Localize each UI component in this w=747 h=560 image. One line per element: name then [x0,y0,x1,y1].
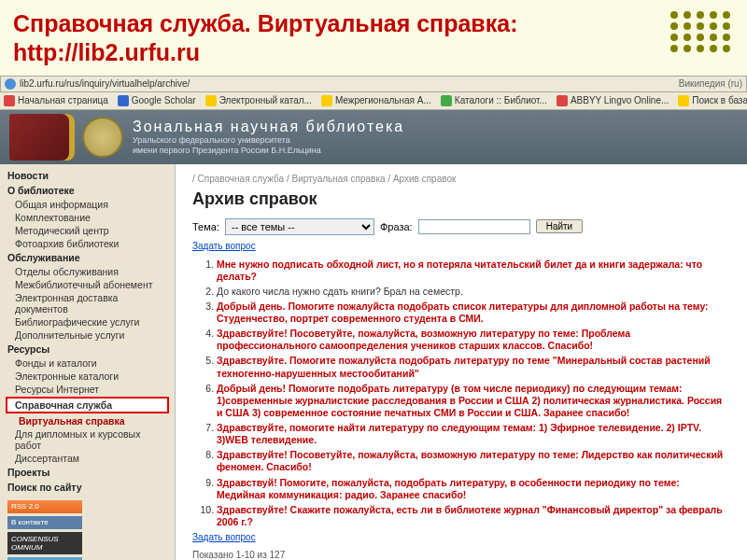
phrase-input[interactable] [418,219,530,234]
layout: НовостиО библиотекеОбщая информацияКомпл… [0,164,747,561]
sidebar-item[interactable]: Фонды и каталоги [0,357,175,370]
breadcrumb[interactable]: / Справочная служба / Виртуальная справк… [192,174,730,184]
question-item[interactable]: Добрый день. Помогите пожалуйста подобра… [217,301,730,325]
question-item[interactable]: Здравствуйте! Скажите пожалуйста, есть л… [217,504,730,528]
bookmark-icon [118,95,129,106]
bookmark-icon [678,95,689,106]
bookmark-item[interactable]: Начальная страница [4,95,108,106]
question-item[interactable]: Мне нужно подписать обходной лист, но я … [217,259,730,283]
sidebar-item[interactable]: Дополнительные услуги [0,329,175,342]
bookmark-item[interactable]: Поиск в базах данн... [678,95,747,106]
badge-vk[interactable]: В контакте [7,516,82,529]
bookmark-item[interactable]: Межрегиональная А... [321,95,431,106]
sidebar-cat[interactable]: Обслуживание [0,250,175,265]
sidebar: НовостиО библиотекеОбщая информацияКомпл… [0,164,176,561]
banner-sub2: имени первого Президента России Б.Н.Ельц… [133,146,404,156]
sidebar-cat[interactable]: О библиотеке [0,183,175,198]
title-l2: http://lib2.urfu.ru [13,39,200,65]
bookmark-item[interactable]: Google Scholar [118,95,196,106]
sidebar-item[interactable]: Межбиблиотечный абонемент [0,278,175,291]
sidebar-item[interactable]: Библиографические услуги [0,315,175,329]
browser-chrome: lib2.urfu.ru/rus/inquiry/virtualhelp/arc… [0,76,747,561]
question-item[interactable]: Здравствуйте! Посоветуйте, пожалуйста, в… [217,449,730,473]
question-item[interactable]: До какого числа нужно сдать книги? Брал … [217,286,730,298]
theme-label: Тема: [192,221,219,232]
sidebar-item[interactable]: Общая информация [0,198,175,211]
sidebar-cat[interactable]: Проекты [0,465,175,480]
sidebar-item[interactable]: Комплектование [0,211,175,224]
sidebar-item[interactable]: Для дипломных и курсовых работ [0,427,175,452]
sidebar-item[interactable]: Электронная доставка документов [0,291,175,315]
book-icon [9,114,75,161]
slide-title: Справочная служба. Виртуальная справка: … [13,9,734,68]
question-item[interactable]: Здравствуйте! Посоветуйте, пожалуйста, в… [217,328,730,352]
question-item[interactable]: Здравствуй! Помогите, пожалуйста, подобр… [217,477,730,501]
banner-titles: Зональная научная библиотека Уральского … [133,118,404,156]
sidebar-cat[interactable]: Новости [0,168,175,183]
banner-sub1: Уральского федерального университета [133,135,404,146]
bookmark-icon [205,95,217,106]
banner-main: Зональная научная библиотека [133,118,404,135]
site-banner: Зональная научная библиотека Уральского … [0,110,747,164]
badge-fond[interactable] [7,557,82,561]
question-item[interactable]: Добрый день! Помогите подобрать литерату… [217,383,730,419]
sidebar-cat[interactable]: Поиск по сайту [0,480,175,495]
question-item[interactable]: Здравствуйте, помогите найти литературу … [217,422,730,446]
content-area: / Справочная служба / Виртуальная справк… [176,164,747,561]
sidebar-item[interactable]: Диссертантам [0,452,175,465]
sidebar-item-selected[interactable]: Виртуальная справка [0,414,175,427]
ask-link-bottom[interactable]: Задать вопрос [192,532,730,542]
theme-select[interactable]: -- все темы -- [225,218,374,235]
bookmarks-bar: Начальная страница Google Scholar Электр… [0,92,747,110]
sidebar-item[interactable]: Ресурсы Интернет [0,383,175,396]
bookmark-icon [4,95,15,106]
page-title: Архив справок [192,189,730,209]
tab-right[interactable]: Википедия (ru) [679,78,742,89]
ask-link-top[interactable]: Задать вопрос [192,241,730,251]
question-list: Мне нужно подписать обходной лист, но я … [217,259,730,529]
sidebar-item[interactable]: Методический центр [0,224,175,237]
badge-cons[interactable]: CONSENSUS OMNIUM [7,532,82,554]
sidebar-cat[interactable]: Ресурсы [0,342,175,357]
bookmark-icon [557,95,568,106]
question-item[interactable]: Здравствуйте. Помогите пожалуйста подобр… [217,355,730,379]
decor-dots [670,11,732,52]
medal-icon [82,117,123,158]
search-row: Тема: -- все темы -- Фраза: Найти [192,218,730,235]
bookmark-icon [321,95,332,106]
bookmark-item[interactable]: ABBYY Lingvo Online... [557,95,669,106]
title-l1: Справочная служба. Виртуальная справка: [13,10,517,36]
phrase-label: Фраза: [380,221,413,232]
url-bar[interactable]: lib2.urfu.ru/rus/inquiry/virtualhelp/arc… [0,76,747,92]
bookmark-item[interactable]: Электронный катал... [205,95,312,106]
globe-icon [5,78,16,90]
sidebar-item-highlighted[interactable]: Справочная служба [6,397,169,413]
sidebar-item[interactable]: Отделы обслуживания [0,265,175,278]
url-text: lib2.urfu.ru/rus/inquiry/virtualhelp/arc… [20,78,190,89]
sidebar-item[interactable]: Фотоархив библиотеки [0,237,175,250]
badge-rss[interactable]: RSS 2.0 [7,500,82,513]
find-button[interactable]: Найти [536,219,584,233]
bookmark-icon [441,95,452,106]
slide-header: Справочная служба. Виртуальная справка: … [0,0,747,76]
sidebar-item[interactable]: Электронные каталоги [0,370,175,383]
shown-count: Показано 1-10 из 127 [192,550,730,560]
bookmark-item[interactable]: Каталоги :: Библиот... [441,95,547,106]
